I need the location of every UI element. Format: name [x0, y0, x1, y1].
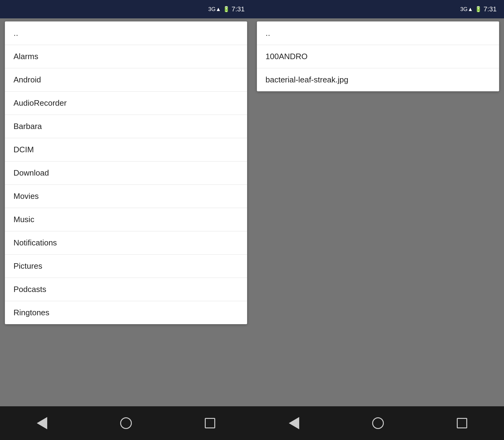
left-file-list: ..AlarmsAndroidAudioRecorderBarbaraDCIMD…	[5, 21, 247, 324]
right-recents-icon	[457, 418, 467, 428]
left-list-item-3[interactable]: AudioRecorder	[5, 92, 247, 115]
right-home-icon	[372, 417, 384, 429]
right-recents-button[interactable]	[450, 411, 474, 435]
right-file-list: ..100ANDRObacterial-leaf-streak.jpg	[257, 21, 499, 91]
left-status-bar: 3G▲ 🔋 7:31	[0, 0, 252, 18]
left-list-item-10[interactable]: Pictures	[5, 255, 247, 278]
left-phone-panel: 3G▲ 🔋 7:31 ..AlarmsAndroidAudioRecorderB…	[0, 0, 252, 440]
left-list-item-4[interactable]: Barbara	[5, 115, 247, 138]
left-list-item-1[interactable]: Alarms	[5, 45, 247, 68]
left-list-item-2[interactable]: Android	[5, 68, 247, 92]
right-list-item-1[interactable]: 100ANDRO	[257, 45, 499, 68]
right-back-button[interactable]	[282, 411, 306, 435]
right-back-icon	[289, 417, 299, 429]
left-signal-icon: 3G▲	[208, 6, 221, 13]
right-content-area: ..100ANDRObacterial-leaf-streak.jpg	[252, 18, 504, 406]
left-list-item-8[interactable]: Music	[5, 208, 247, 231]
right-list-item-2[interactable]: bacterial-leaf-streak.jpg	[257, 68, 499, 91]
left-list-item-7[interactable]: Movies	[5, 185, 247, 208]
right-home-button[interactable]	[366, 411, 390, 435]
left-list-item-6[interactable]: Download	[5, 161, 247, 185]
left-time: 7:31	[231, 5, 245, 13]
left-list-item-5[interactable]: DCIM	[5, 138, 247, 161]
left-back-icon	[37, 417, 47, 429]
right-battery-icon: 🔋	[475, 6, 482, 13]
right-status-icons: 3G▲ 🔋 7:31	[460, 5, 497, 13]
left-home-icon	[120, 417, 132, 429]
left-recents-icon	[205, 418, 215, 428]
right-phone-panel: 3G▲ 🔋 7:31 ..100ANDRObacterial-leaf-stre…	[252, 0, 504, 440]
left-list-item-11[interactable]: Podcasts	[5, 278, 247, 301]
left-status-icons: 3G▲ 🔋 7:31	[208, 5, 245, 13]
right-status-bar: 3G▲ 🔋 7:31	[252, 0, 504, 18]
left-list-item-0[interactable]: ..	[5, 21, 247, 45]
right-time: 7:31	[483, 5, 497, 13]
left-bottom-nav	[0, 406, 252, 440]
left-recents-button[interactable]	[198, 411, 222, 435]
left-content-area: ..AlarmsAndroidAudioRecorderBarbaraDCIMD…	[0, 18, 252, 406]
left-back-button[interactable]	[30, 411, 54, 435]
left-list-item-9[interactable]: Notifications	[5, 231, 247, 255]
right-bottom-nav	[252, 406, 504, 440]
right-list-item-0[interactable]: ..	[257, 21, 499, 45]
left-list-item-12[interactable]: Ringtones	[5, 301, 247, 324]
left-home-button[interactable]	[114, 411, 138, 435]
left-battery-icon: 🔋	[223, 6, 230, 13]
right-signal-icon: 3G▲	[460, 6, 473, 13]
